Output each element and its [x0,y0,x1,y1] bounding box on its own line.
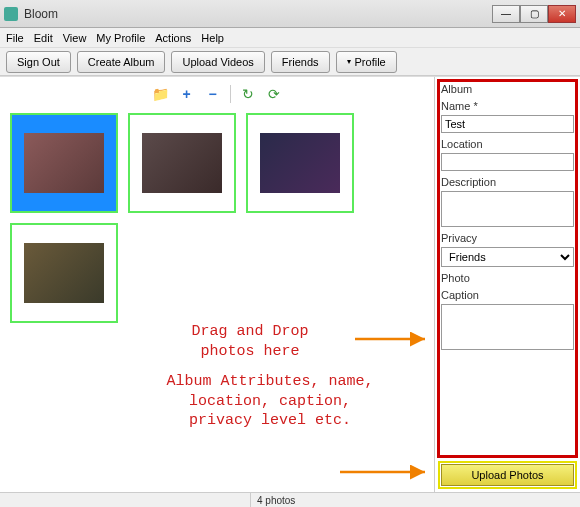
thumbnail[interactable] [128,113,236,213]
close-button[interactable]: ✕ [548,5,576,23]
friends-button[interactable]: Friends [271,51,330,73]
toolbar: Sign Out Create Album Upload Videos Frie… [0,48,580,76]
signout-button[interactable]: Sign Out [6,51,71,73]
maximize-button[interactable]: ▢ [520,5,548,23]
photo-pane: 📁 + − ↻ ⟳ Drag and Drop photos here Albu… [0,77,434,492]
statusbar: 4 photos [0,492,580,507]
photo-image [142,133,222,193]
status-count: 4 photos [250,493,301,507]
window-title: Bloom [24,7,492,21]
menu-edit[interactable]: Edit [34,32,53,44]
minus-icon[interactable]: − [204,85,222,103]
menu-file[interactable]: File [6,32,24,44]
menu-view[interactable]: View [63,32,87,44]
menu-help[interactable]: Help [201,32,224,44]
refresh-icon[interactable]: ↻ [239,85,257,103]
photo-label: Photo [441,272,574,284]
description-input[interactable] [441,191,574,227]
location-label: Location [441,138,574,150]
name-input[interactable] [441,115,574,133]
album-label: Album [441,83,574,95]
profile-button[interactable]: ▾Profile [336,51,397,73]
icon-toolbar: 📁 + − ↻ ⟳ [6,85,428,103]
create-album-button[interactable]: Create Album [77,51,166,73]
folder-icon[interactable]: 📁 [152,85,170,103]
menubar: File Edit View My Profile Actions Help [0,28,580,48]
annotation-attrs: Album Attributes, name, location, captio… [140,372,400,431]
thumbnail-grid[interactable] [6,113,428,323]
album-form: Album Name * Location Description Privac… [434,77,580,492]
content-area: 📁 + − ↻ ⟳ Drag and Drop photos here Albu… [0,76,580,492]
refresh-all-icon[interactable]: ⟳ [265,85,283,103]
photo-image [260,133,340,193]
description-label: Description [441,176,574,188]
menu-actions[interactable]: Actions [155,32,191,44]
privacy-select[interactable]: Friends [441,247,574,267]
photo-image [24,243,104,303]
annotation-drag: Drag and Drop photos here [140,322,360,361]
arrow-icon [340,462,435,482]
menu-myprofile[interactable]: My Profile [96,32,145,44]
caption-input[interactable] [441,304,574,350]
thumbnail[interactable] [10,223,118,323]
minimize-button[interactable]: — [492,5,520,23]
upload-photos-button[interactable]: Upload Photos [441,464,574,486]
upload-videos-button[interactable]: Upload Videos [171,51,264,73]
thumbnail[interactable] [246,113,354,213]
name-label: Name * [441,100,574,112]
app-icon [4,7,18,21]
arrow-icon [355,329,435,349]
titlebar: Bloom — ▢ ✕ [0,0,580,28]
chevron-down-icon: ▾ [347,57,351,66]
privacy-label: Privacy [441,232,574,244]
caption-label: Caption [441,289,574,301]
location-input[interactable] [441,153,574,171]
thumbnail[interactable] [10,113,118,213]
plus-icon[interactable]: + [178,85,196,103]
divider [230,85,231,103]
photo-image [24,133,104,193]
